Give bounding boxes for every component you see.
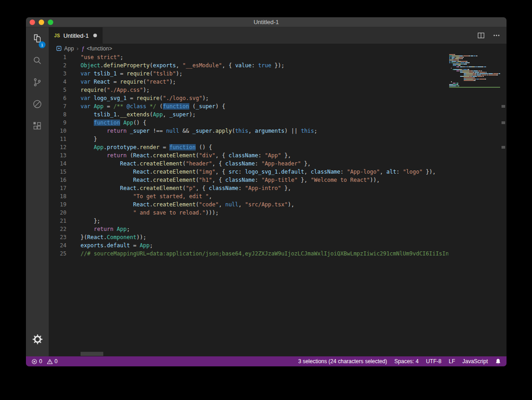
source-control-activity-button[interactable] [26,72,49,94]
code-line[interactable]: 7var App = /** @class */ (function (_sup… [49,102,507,110]
code-line[interactable]: 22 return App; [49,225,507,233]
line-text: Object.defineProperty(exports, "__esModu… [66,61,284,70]
split-editor-icon[interactable] [477,32,485,39]
code-line[interactable]: 8 tslib_1.__extends(App, _super); [49,110,507,119]
line-number[interactable]: 15 [49,168,66,176]
explorer-badge: 1 [39,41,46,48]
line-number[interactable]: 16 [49,176,66,184]
code-line[interactable]: 11 } [49,135,507,143]
search-activity-button[interactable] [26,50,49,72]
line-number[interactable]: 1 [49,53,66,61]
code-line[interactable]: 16 React.createElement("h1", { className… [49,176,507,184]
code-line[interactable]: 9 function App() { [49,119,507,127]
language-status[interactable]: JavaScript [462,358,488,365]
extensions-activity-button[interactable] [26,116,49,138]
line-text: //# sourceMappingURL=data:application/js… [66,250,507,258]
line-number[interactable]: 17 [49,184,66,192]
code-line[interactable]: 13 return (React.createElement("div", { … [49,151,507,160]
line-text: React.createElement("h1", { className: "… [66,176,380,184]
line-number[interactable]: 8 [49,110,66,119]
line-text: require("./App.css"); [66,86,150,94]
eol-status[interactable]: LF [449,358,455,365]
modified-indicator-dot[interactable] [93,34,97,37]
line-number[interactable]: 20 [49,209,66,217]
line-number[interactable]: 23 [49,233,66,241]
line-number[interactable]: 14 [49,160,66,168]
line-number[interactable]: 3 [49,70,66,78]
code-line[interactable]: 6var logo_svg_1 = require("./logo.svg"); [49,94,507,102]
line-number[interactable]: 5 [49,86,66,94]
line-text: var logo_svg_1 = require("./logo.svg"); [66,94,209,102]
code-line[interactable]: 23}(React.Component)); [49,233,507,241]
debug-activity-button[interactable] [26,94,49,116]
notifications-bell-icon[interactable] [495,358,501,365]
tab-untitled-1[interactable]: JS Untitled-1 [49,27,103,44]
code-line[interactable]: 1"use strict"; [49,53,507,61]
line-number[interactable]: 2 [49,61,66,70]
more-actions-icon[interactable] [493,32,500,39]
code-line[interactable]: 18 "To get started, edit ", [49,192,507,200]
warning-triangle-icon [47,359,53,365]
minimize-button[interactable] [39,20,44,25]
search-icon [32,55,43,68]
line-number[interactable]: 7 [49,102,66,110]
line-text: var App = /** @class */ (function (_supe… [66,102,225,110]
line-number[interactable]: 12 [49,143,66,151]
titlebar[interactable]: Untitled-1 [26,17,507,27]
line-text: function App() { [66,119,147,127]
line-number[interactable]: 11 [49,135,66,143]
line-text: exports.default = App; [66,241,153,250]
line-number[interactable]: 13 [49,151,66,160]
code-line[interactable]: 2Object.defineProperty(exports, "__esMod… [49,61,507,70]
breadcrumb-item-function[interactable]: <function> [86,45,112,52]
code-line[interactable]: 12 App.prototype.render = function () { [49,143,507,151]
code-line[interactable]: 10 return _super !== null && _super.appl… [49,127,507,135]
problems-status[interactable]: 0 0 [31,358,57,365]
vertical-scrollbar[interactable] [500,53,507,356]
breadcrumb-item-app[interactable]: App [64,45,74,52]
horizontal-scrollbar-thumb[interactable] [81,352,103,356]
minimap[interactable] [448,53,500,356]
gear-icon [32,334,43,347]
line-number[interactable]: 6 [49,94,66,102]
javascript-file-icon: JS [54,33,60,38]
code-line[interactable]: 3var tslib_1 = require("tslib"); [49,70,507,78]
error-circle-icon [31,359,37,365]
close-button[interactable] [30,20,35,25]
line-number[interactable]: 19 [49,200,66,209]
code-line[interactable]: 5require("./App.css"); [49,86,507,94]
settings-gear-button[interactable] [26,329,49,351]
breadcrumb: App › ƒ <function> [49,44,507,53]
line-text: tslib_1.__extends(App, _super); [66,110,196,119]
line-number[interactable]: 4 [49,78,66,86]
line-number[interactable]: 18 [49,192,66,200]
code-line[interactable]: 20 " and save to reload."))); [49,209,507,217]
code-line[interactable]: 4var React = require("react"); [49,78,507,86]
code-line[interactable]: 15 React.createElement("img", { src: log… [49,168,507,176]
code-line[interactable]: 17 React.createElement("p", { className:… [49,184,507,192]
code-lines[interactable]: 1"use strict";2Object.defineProperty(exp… [49,53,507,356]
line-number[interactable]: 24 [49,241,66,250]
line-number[interactable]: 21 [49,217,66,225]
code-line[interactable]: 25//# sourceMappingURL=data:application/… [49,250,507,258]
code-line[interactable]: 21 }; [49,217,507,225]
zoom-button[interactable] [48,20,53,25]
window-title: Untitled-1 [253,19,279,25]
line-number[interactable]: 9 [49,119,66,127]
encoding-status[interactable]: UTF-8 [426,358,441,365]
line-text: var React = require("react"); [66,78,176,86]
code-line[interactable]: 19 React.createElement("code", null, "sr… [49,200,507,209]
line-number[interactable]: 22 [49,225,66,233]
line-text: return App; [66,225,130,233]
code-line[interactable]: 14 React.createElement("header", { class… [49,160,507,168]
line-number[interactable]: 10 [49,127,66,135]
overview-selection-mark [502,105,505,108]
git-branch-icon [32,77,43,90]
indentation-status[interactable]: Spaces: 4 [395,358,419,365]
code-line[interactable]: 24exports.default = App; [49,241,507,250]
selection-status[interactable]: 3 selections (24 characters selected) [298,358,387,365]
chevron-right-icon: › [76,45,78,52]
line-number[interactable]: 25 [49,250,66,258]
line-text: return _super !== null && _super.apply(t… [66,127,317,135]
explorer-activity-button[interactable]: 1 [26,29,49,50]
